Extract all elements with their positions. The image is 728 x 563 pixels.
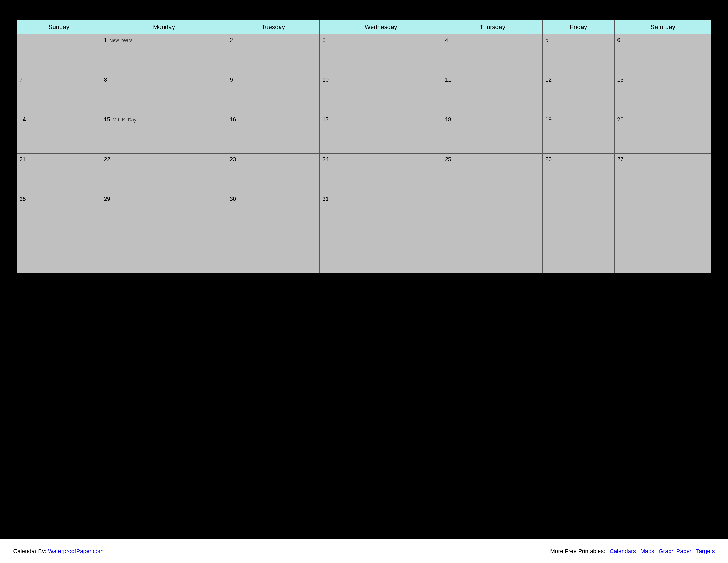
footer-link-calendars[interactable]: Calendars	[610, 548, 636, 555]
day-cell-4-5	[542, 193, 614, 233]
day-cell-3-5: 26	[542, 154, 614, 193]
footer-website-link[interactable]: WaterproofPaper.com	[48, 548, 104, 554]
col-wednesday: Wednesday	[320, 20, 442, 34]
week-row-5	[17, 233, 711, 273]
day-cell-5-3	[320, 233, 442, 273]
day-cell-1-4: 11	[442, 74, 543, 114]
day-number: 20	[617, 116, 624, 123]
header-row: Sunday Monday Tuesday Wednesday Thursday…	[17, 20, 711, 34]
day-cell-5-1	[101, 233, 227, 273]
day-cell-2-0: 14	[17, 114, 101, 154]
day-number: 28	[19, 195, 26, 202]
day-number: 12	[545, 76, 552, 83]
day-number: 29	[104, 195, 110, 202]
day-cell-0-0	[17, 34, 101, 74]
day-cell-1-6: 13	[614, 74, 711, 114]
day-number: 1	[104, 37, 107, 43]
day-number: 21	[19, 156, 26, 163]
calendar-container: Sunday Monday Tuesday Wednesday Thursday…	[17, 20, 711, 273]
day-cell-0-5: 5	[542, 34, 614, 74]
day-cell-4-3: 31	[320, 193, 442, 233]
day-number: 26	[545, 156, 552, 163]
day-cell-0-6: 6	[614, 34, 711, 74]
week-row-0: 1New Years23456	[17, 34, 711, 74]
day-cell-4-1: 29	[101, 193, 227, 233]
day-cell-0-1: 1New Years	[101, 34, 227, 74]
day-number: 5	[545, 37, 548, 43]
day-cell-2-4: 18	[442, 114, 543, 154]
week-row-4: 28293031	[17, 193, 711, 233]
day-cell-5-0	[17, 233, 101, 273]
day-cell-3-3: 24	[320, 154, 442, 193]
day-cell-1-0: 7	[17, 74, 101, 114]
col-sunday: Sunday	[17, 20, 101, 34]
col-friday: Friday	[542, 20, 614, 34]
day-number: 31	[322, 195, 329, 202]
footer-link-maps[interactable]: Maps	[640, 548, 654, 555]
day-number: 10	[322, 76, 329, 83]
col-monday: Monday	[101, 20, 227, 34]
day-cell-2-6: 20	[614, 114, 711, 154]
day-cell-5-4	[442, 233, 543, 273]
day-cell-5-6	[614, 233, 711, 273]
day-number: 2	[230, 37, 233, 43]
day-number: 24	[322, 156, 329, 163]
week-row-2: 1415M.L.K. Day1617181920	[17, 114, 711, 154]
day-number: 15	[104, 116, 110, 123]
day-number: 25	[445, 156, 451, 163]
footer-bar: Calendar By: WaterproofPaper.com More Fr…	[0, 539, 728, 563]
day-number: 17	[322, 116, 329, 123]
footer-credit-text: Calendar By:	[13, 548, 48, 554]
day-cell-3-6: 27	[614, 154, 711, 193]
day-cell-0-4: 4	[442, 34, 543, 74]
day-number: 18	[445, 116, 451, 123]
footer-link-targets[interactable]: Targets	[696, 548, 715, 555]
day-number: 30	[230, 195, 236, 202]
day-cell-2-5: 19	[542, 114, 614, 154]
day-number: 16	[230, 116, 236, 123]
day-cell-3-0: 21	[17, 154, 101, 193]
calendar-table: Sunday Monday Tuesday Wednesday Thursday…	[17, 20, 711, 273]
day-cell-1-3: 10	[320, 74, 442, 114]
holiday-label: New Years	[109, 38, 132, 43]
footer-printables-label: More Free Printables:	[550, 548, 605, 555]
day-cell-3-2: 23	[227, 154, 319, 193]
footer-link-graphpaper[interactable]: Graph Paper	[659, 548, 692, 555]
day-number: 19	[545, 116, 552, 123]
day-cell-1-5: 12	[542, 74, 614, 114]
week-row-1: 78910111213	[17, 74, 711, 114]
day-cell-0-2: 2	[227, 34, 319, 74]
day-cell-4-6	[614, 193, 711, 233]
day-cell-3-1: 22	[101, 154, 227, 193]
holiday-label: M.L.K. Day	[113, 117, 137, 122]
col-saturday: Saturday	[614, 20, 711, 34]
footer-left: Calendar By: WaterproofPaper.com	[13, 548, 103, 555]
day-cell-2-1: 15M.L.K. Day	[101, 114, 227, 154]
day-cell-1-1: 8	[101, 74, 227, 114]
day-cell-5-5	[542, 233, 614, 273]
day-cell-2-2: 16	[227, 114, 319, 154]
day-number: 7	[19, 76, 23, 83]
day-number: 9	[230, 76, 233, 83]
day-number: 27	[617, 156, 624, 163]
week-row-3: 21222324252627	[17, 154, 711, 193]
col-thursday: Thursday	[442, 20, 543, 34]
day-cell-5-2	[227, 233, 319, 273]
day-number: 14	[19, 116, 26, 123]
day-number: 6	[617, 37, 620, 43]
day-cell-3-4: 25	[442, 154, 543, 193]
day-number: 3	[322, 37, 325, 43]
day-cell-4-0: 28	[17, 193, 101, 233]
day-cell-1-2: 9	[227, 74, 319, 114]
day-number: 4	[445, 37, 448, 43]
day-number: 8	[104, 76, 107, 83]
day-cell-2-3: 17	[320, 114, 442, 154]
day-number: 13	[617, 76, 624, 83]
footer-right: More Free Printables: Calendars Maps Gra…	[550, 548, 715, 555]
col-tuesday: Tuesday	[227, 20, 319, 34]
day-number: 23	[230, 156, 236, 163]
day-cell-0-3: 3	[320, 34, 442, 74]
day-cell-4-2: 30	[227, 193, 319, 233]
day-number: 22	[104, 156, 110, 163]
day-cell-4-4	[442, 193, 543, 233]
